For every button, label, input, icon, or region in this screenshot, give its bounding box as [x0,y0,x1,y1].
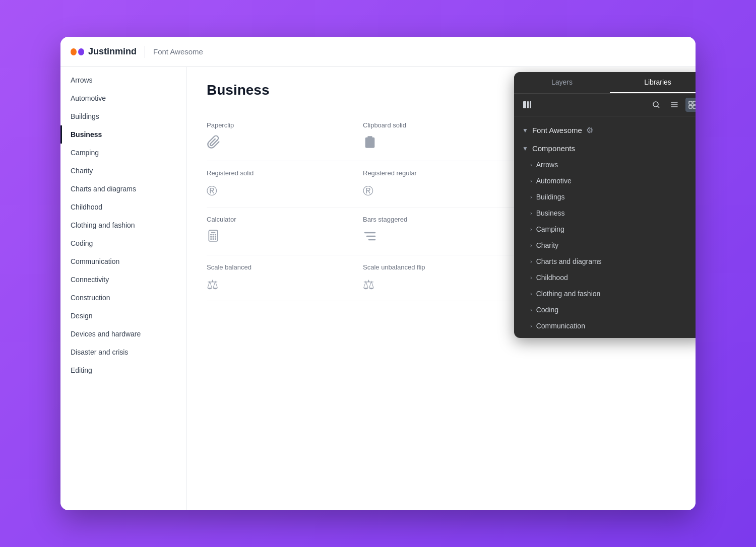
app-window: Justinmind Font Awesome Arrows Automotiv… [60,37,696,510]
icon-cell-scale-unbalanced-flip[interactable]: Scale unbalanced flip ⚖ [363,255,519,301]
sidebar-item-devices[interactable]: Devices and hardware [60,325,186,343]
tab-layers[interactable]: Layers [514,72,610,93]
tree-item-arrows[interactable]: › Arrows [514,157,696,173]
tree-item-buildings[interactable]: › Buildings [514,189,696,205]
svg-line-22 [658,106,660,108]
sidebar-item-camping[interactable]: Camping [60,144,186,162]
logo: Justinmind [71,46,137,57]
icon-cell-registered-regular[interactable]: Registered regular ® [363,161,519,208]
tab-libraries[interactable]: Libraries [610,72,696,93]
tree-item-communication[interactable]: › Communication [514,318,696,334]
camping-chevron: › [530,226,532,232]
tree-label-clothing: Clothing and fashion [536,290,601,298]
business-chevron: › [530,210,532,216]
main-content: Arrows Automotive Buildings Business Cam… [60,67,696,510]
icon-cell-bars-staggered[interactable]: Bars staggered [363,208,519,255]
icon-cell-clipboard-solid[interactable]: Clipboard solid [363,113,519,161]
tree-item-business[interactable]: › Business [514,205,696,221]
tree-item-charts[interactable]: › Charts and diagrams [514,253,696,269]
tree-label-coding: Coding [536,306,558,314]
tree-label-charts: Charts and diagrams [536,257,602,265]
sidebar-item-editing[interactable]: Editing [60,361,186,379]
svg-rect-26 [689,101,692,104]
panel-section-components[interactable]: ▼ Components [514,140,696,157]
coding-chevron: › [530,307,532,313]
header: Justinmind Font Awesome [60,37,696,67]
sidebar-item-construction[interactable]: Construction [60,289,186,307]
library-header-font-awesome: ▼ Font Awesome ⚙ [514,120,696,140]
tree-item-automotive[interactable]: › Automotive [514,173,696,189]
tree-item-clothing[interactable]: › Clothing and fashion [514,286,696,302]
panel-toolbar [514,94,696,116]
icon-cell-registered-solid[interactable]: Registered solid ® [207,161,363,208]
svg-rect-19 [527,101,529,108]
icon-bars-staggered [363,229,519,245]
icon-scale-balanced: ⚖ [207,277,363,293]
icon-label-scale-balanced: Scale balanced [207,263,363,271]
tree-label-childhood: Childhood [536,274,568,282]
components-chevron: ▼ [522,145,528,152]
charts-chevron: › [530,258,532,264]
sidebar-item-charts[interactable]: Charts and diagrams [60,180,186,198]
tree-label-buildings: Buildings [536,193,565,201]
childhood-chevron: › [530,275,532,281]
sidebar-item-business[interactable]: Business [60,125,186,144]
libraries-panel: Layers Libraries [514,72,696,338]
tree-item-charity[interactable]: › Charity [514,237,696,253]
icon-clipboard-solid [363,135,519,153]
communication-chevron: › [530,323,532,329]
sidebar-item-coding[interactable]: Coding [60,234,186,252]
tree-label-camping: Camping [536,225,564,233]
tree-label-communication: Communication [536,322,585,330]
sidebar-item-design[interactable]: Design [60,307,186,325]
icon-label-registered-solid: Registered solid [207,169,363,177]
library-settings-icon[interactable]: ⚙ [586,125,593,135]
sidebar-item-buildings[interactable]: Buildings [60,107,186,125]
tree-label-business: Business [536,209,565,217]
header-subtitle: Font Awesome [153,47,203,56]
automotive-chevron: › [530,178,532,184]
sidebar: Arrows Automotive Buildings Business Cam… [60,67,186,510]
sidebar-item-charity[interactable]: Charity [60,162,186,180]
icon-label-scale-unbalanced-flip: Scale unbalanced flip [363,263,519,271]
sidebar-item-arrows[interactable]: Arrows [60,71,186,89]
logo-dot-orange [71,48,77,55]
icon-paperclip [207,135,363,153]
svg-rect-28 [689,105,692,108]
icon-label-bars-staggered: Bars staggered [363,216,519,223]
sidebar-item-communication[interactable]: Communication [60,252,186,270]
sidebar-item-automotive[interactable]: Automotive [60,89,186,107]
icon-cell-scale-balanced[interactable]: Scale balanced ⚖ [207,255,363,301]
charity-chevron: › [530,242,532,248]
svg-rect-29 [693,105,696,108]
icon-cell-calculator[interactable]: Calculator [207,208,363,255]
header-divider [145,46,145,58]
view-columns-icon[interactable] [520,98,534,112]
sidebar-item-disaster[interactable]: Disaster and crisis [60,343,186,361]
tree-item-coding[interactable]: › Coding [514,302,696,318]
svg-rect-0 [367,136,372,139]
tree-label-arrows: Arrows [536,161,558,169]
arrows-chevron: › [530,162,532,168]
logo-dot-purple [78,48,84,55]
grid-icon[interactable] [685,98,696,112]
tree-item-childhood[interactable]: › Childhood [514,269,696,286]
buildings-chevron: › [530,194,532,200]
tree-item-camping[interactable]: › Camping [514,221,696,237]
tree-label-charity: Charity [536,241,558,249]
sidebar-item-clothing[interactable]: Clothing and fashion [60,216,186,234]
icon-cell-paperclip[interactable]: Paperclip [207,113,363,161]
clothing-chevron: › [530,291,532,297]
icon-registered-regular: ® [363,183,519,199]
search-icon[interactable] [649,98,663,112]
svg-rect-27 [693,101,696,104]
svg-rect-18 [523,101,526,108]
icon-scale-unbalanced-flip: ⚖ [363,277,374,293]
icon-label-clipboard-solid: Clipboard solid [363,121,519,129]
logo-text: Justinmind [88,46,137,57]
sidebar-item-childhood[interactable]: Childhood [60,198,186,216]
sidebar-item-connectivity[interactable]: Connectivity [60,270,186,289]
icon-label-calculator: Calculator [207,216,363,223]
menu-icon[interactable] [667,98,681,112]
icon-registered-solid: ® [207,183,363,199]
